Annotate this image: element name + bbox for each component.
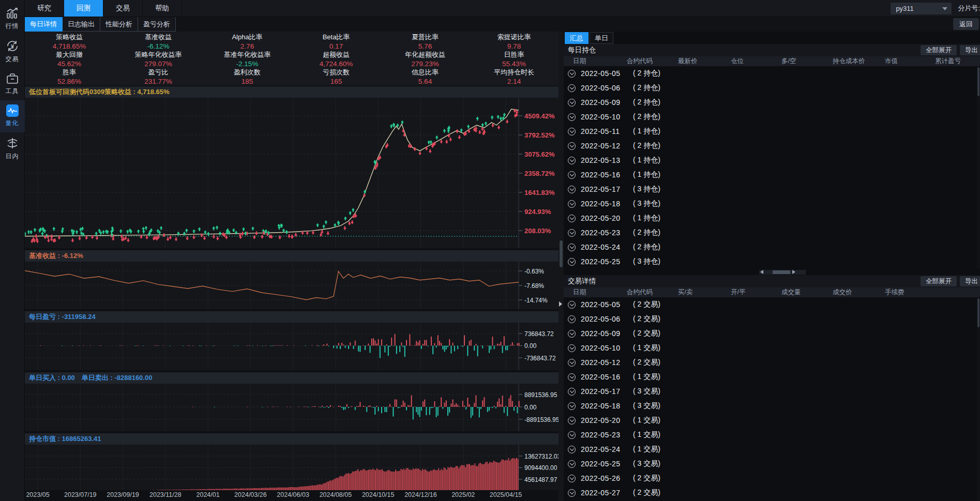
sidebar-item-market[interactable]: 行情 xyxy=(0,3,25,35)
expand-chevron-icon[interactable] xyxy=(568,128,576,135)
trade-row[interactable]: 2022-05-16( 1 交易) xyxy=(564,370,980,384)
column-header[interactable]: 市值 xyxy=(885,57,935,66)
holding-row[interactable]: 2022-05-05( 2 持仓) xyxy=(564,66,980,81)
trade-row[interactable]: 2022-05-10( 1 交易) xyxy=(564,341,980,355)
expand-chevron-icon[interactable] xyxy=(568,229,576,237)
expand-chevron-icon[interactable] xyxy=(568,373,576,381)
column-header[interactable]: 日期 xyxy=(573,57,627,66)
sidebar-item-intraday[interactable]: 日内 xyxy=(0,132,25,165)
expand-chevron-icon[interactable] xyxy=(568,460,576,468)
expand-chevron-icon[interactable] xyxy=(568,215,576,222)
holding-row[interactable]: 2022-05-13( 1 持仓) xyxy=(564,153,980,168)
holding-row[interactable]: 2022-05-23( 2 持仓) xyxy=(564,225,980,240)
expand-chevron-icon[interactable] xyxy=(568,99,576,107)
expand-chevron-icon[interactable] xyxy=(568,301,576,309)
horizontal-scrollbar[interactable] xyxy=(759,270,806,275)
holding-row[interactable]: 2022-05-12( 2 持仓) xyxy=(564,139,980,153)
sidebar-item-trade[interactable]: ¥ 交易 xyxy=(0,35,25,68)
holding-row[interactable]: 2022-05-18( 3 持仓) xyxy=(564,196,980,211)
holding-row[interactable]: 2022-05-10( 2 持仓) xyxy=(564,110,980,124)
expand-chevron-icon[interactable] xyxy=(568,330,576,338)
expand-chevron-icon[interactable] xyxy=(568,475,576,482)
expand-chevron-icon[interactable] xyxy=(568,113,576,121)
view-tab-0[interactable]: 汇总 xyxy=(565,32,589,44)
tab-3[interactable]: 盈亏分析 xyxy=(138,17,176,32)
holding-row[interactable]: 2022-05-17( 3 持仓) xyxy=(564,182,980,196)
column-header[interactable]: 买/卖 xyxy=(678,288,731,297)
holdings-export-button[interactable]: 导出 xyxy=(960,45,980,55)
menu-item-2[interactable]: 交易 xyxy=(103,0,143,17)
panel-collapse-handle[interactable] xyxy=(559,301,562,307)
trade-row[interactable]: 2022-05-12( 2 交易) xyxy=(564,355,980,370)
column-header[interactable]: 合约代码 xyxy=(627,288,678,297)
scroll-right-icon[interactable] xyxy=(792,270,795,274)
sidebar-item-tools[interactable]: 工具 xyxy=(0,68,25,100)
menu-item-0[interactable]: 研究 xyxy=(25,0,64,17)
holdings-scrollbar[interactable] xyxy=(977,66,980,269)
column-header[interactable]: 持仓成本价 xyxy=(833,57,885,66)
trades-expand-all-button[interactable]: 全部展开 xyxy=(921,276,957,286)
column-header[interactable]: 仓位 xyxy=(731,57,781,66)
column-header[interactable]: 日期 xyxy=(573,288,627,297)
trade-row[interactable]: 2022-05-23( 1 交易) xyxy=(564,428,980,442)
trade-row[interactable]: 2022-05-25( 3 交易) xyxy=(564,457,980,471)
expand-chevron-icon[interactable] xyxy=(568,402,576,410)
holding-row[interactable]: 2022-05-06( 2 持仓) xyxy=(564,81,980,95)
column-header[interactable]: 成交价 xyxy=(833,288,885,297)
expand-chevron-icon[interactable] xyxy=(568,70,576,78)
trade-row[interactable]: 2022-05-26( 2 交易) xyxy=(564,471,980,485)
trade-row[interactable]: 2022-05-05( 2 交易) xyxy=(564,297,980,312)
scroll-left-icon[interactable] xyxy=(760,270,763,274)
holding-row[interactable]: 2022-05-25( 3 持仓) xyxy=(564,254,980,269)
column-header[interactable]: 最新价 xyxy=(678,57,731,66)
column-header[interactable]: 手续费 xyxy=(885,288,935,297)
column-header[interactable]: 累计盈亏 xyxy=(935,57,980,66)
expand-chevron-icon[interactable] xyxy=(568,388,576,396)
trades-scrollbar[interactable] xyxy=(977,297,980,501)
trade-row[interactable]: 2022-05-27( 2 交易) xyxy=(564,485,980,500)
tab-1[interactable]: 日志输出 xyxy=(63,17,100,32)
scrollbar-thumb[interactable] xyxy=(560,240,563,267)
expand-chevron-icon[interactable] xyxy=(568,258,576,266)
column-header[interactable]: 开/平 xyxy=(731,288,781,297)
trade-row[interactable]: 2022-05-18( 3 交易) xyxy=(564,399,980,413)
back-button[interactable]: 返回 xyxy=(953,18,979,30)
view-tab-1[interactable]: 单日 xyxy=(590,32,613,44)
trade-row[interactable]: 2022-05-20( 1 交易) xyxy=(564,413,980,428)
column-header[interactable]: 成交量 xyxy=(781,288,833,297)
expand-chevron-icon[interactable] xyxy=(568,171,576,179)
expand-chevron-icon[interactable] xyxy=(568,446,576,453)
tab-2[interactable]: 性能分析 xyxy=(100,17,138,32)
expand-chevron-icon[interactable] xyxy=(568,142,576,150)
expand-chevron-icon[interactable] xyxy=(568,84,576,92)
tab-0[interactable]: 每日详情 xyxy=(25,17,63,32)
column-header[interactable]: 多/空 xyxy=(781,57,833,66)
expand-chevron-icon[interactable] xyxy=(568,359,576,367)
trade-row[interactable]: 2022-05-06( 2 交易) xyxy=(564,312,980,326)
sidebar-item-quant[interactable]: 量化 xyxy=(0,100,25,132)
expand-chevron-icon[interactable] xyxy=(568,417,576,424)
trade-row[interactable]: 2022-05-09( 2 交易) xyxy=(564,326,980,341)
holding-row[interactable]: 2022-05-09( 2 持仓) xyxy=(564,95,980,110)
holdings-expand-all-button[interactable]: 全部展开 xyxy=(921,45,957,55)
hscroll-thumb[interactable] xyxy=(773,270,790,274)
menu-item-1[interactable]: 回测 xyxy=(64,0,103,17)
env-select[interactable]: py311 xyxy=(891,3,952,14)
trades-export-button[interactable]: 导出 xyxy=(960,276,980,286)
holding-row[interactable]: 2022-05-24( 2 持仓) xyxy=(564,240,980,254)
column-header[interactable]: 合约代码 xyxy=(627,57,678,66)
trades-scrollbar-thumb[interactable] xyxy=(977,298,979,327)
trade-row[interactable]: 2022-05-24( 1 交易) xyxy=(564,442,980,457)
expand-chevron-icon[interactable] xyxy=(568,344,576,352)
menu-item-3[interactable]: 帮助 xyxy=(143,0,182,17)
expand-chevron-icon[interactable] xyxy=(568,244,576,251)
expand-chevron-icon[interactable] xyxy=(568,315,576,323)
holding-row[interactable]: 2022-05-11( 1 持仓) xyxy=(564,124,980,139)
trade-row[interactable]: 2022-05-17( 3 交易) xyxy=(564,384,980,399)
holding-row[interactable]: 2022-05-16( 1 持仓) xyxy=(564,168,980,182)
expand-chevron-icon[interactable] xyxy=(568,200,576,208)
holdings-scrollbar-thumb[interactable] xyxy=(977,67,979,96)
expand-chevron-icon[interactable] xyxy=(568,489,576,497)
expand-chevron-icon[interactable] xyxy=(568,157,576,164)
expand-chevron-icon[interactable] xyxy=(568,431,576,439)
